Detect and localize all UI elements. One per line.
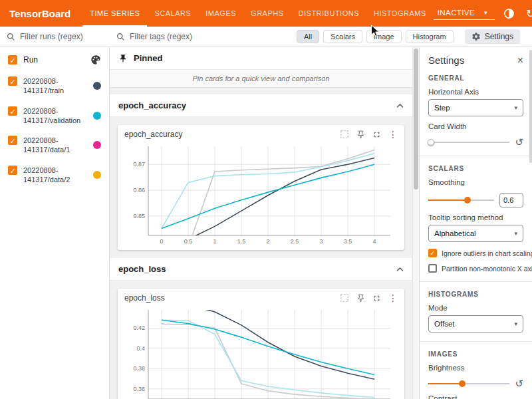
- chip-image[interactable]: Image: [366, 30, 402, 43]
- run-checkbox[interactable]: [8, 106, 17, 116]
- filter-tags-placeholder[interactable]: Filter tags (regex): [130, 32, 192, 41]
- cards-area: Pinned Pin cards for a quick view and co…: [110, 47, 419, 399]
- section-body-epoch-accuracy: epoch_accuracy ⋮ 00.511.522.533.540.850.…: [110, 117, 412, 258]
- run-color-dot[interactable]: [93, 112, 101, 120]
- section-header-epoch-accuracy[interactable]: epoch_accuracy: [110, 94, 412, 117]
- partition-x-axis-checkbox[interactable]: [428, 264, 437, 273]
- run-label: 20220808-141317/train: [23, 76, 87, 96]
- tab-distributions[interactable]: DISTRIBUTIONS: [291, 0, 366, 27]
- histogram-mode-select[interactable]: Offset ▾: [428, 315, 523, 332]
- main-scrollbar-thumb[interactable]: [414, 49, 418, 190]
- svg-text:0: 0: [160, 238, 163, 245]
- more-options-icon[interactable]: ⋮: [388, 130, 398, 139]
- run-label: 20220808-141317/validation: [23, 106, 87, 126]
- svg-text:2: 2: [266, 238, 269, 245]
- run-row-train[interactable]: 20220808-141317/train: [0, 71, 109, 101]
- brightness-slider[interactable]: [428, 380, 509, 388]
- svg-text:4: 4: [372, 238, 376, 245]
- reload-status-select[interactable]: INACTIVE ▾: [434, 7, 495, 20]
- fit-domain-icon[interactable]: [340, 130, 349, 139]
- group-label-scalars: SCALARS: [428, 165, 523, 172]
- tab-histograms[interactable]: HISTOGRAMS: [366, 0, 434, 27]
- partition-x-axis-row[interactable]: Partition non-monotonic X axis i: [428, 264, 523, 273]
- horizontal-axis-label: Horizontal Axis: [428, 88, 523, 96]
- more-options-icon[interactable]: ⋮: [388, 293, 398, 303]
- app-logo[interactable]: TensorBoard: [0, 8, 82, 19]
- ignore-outliers-row[interactable]: Ignore outliers in chart scaling: [428, 249, 523, 257]
- svg-text:0.87: 0.87: [133, 161, 145, 168]
- svg-text:3: 3: [319, 238, 323, 245]
- chevron-up-icon[interactable]: [396, 103, 404, 108]
- slider-thumb[interactable]: [428, 139, 434, 146]
- pin-icon[interactable]: [356, 130, 365, 139]
- run-row-data-2[interactable]: 20220808-141317/data/2: [0, 160, 109, 190]
- fit-domain-icon[interactable]: [340, 293, 349, 303]
- fullscreen-icon[interactable]: [372, 294, 381, 303]
- chevron-down-icon: ▾: [514, 321, 517, 327]
- tab-graphs[interactable]: GRAPHS: [243, 0, 291, 27]
- app-header: TensorBoard TIME SERIES SCALARS IMAGES G…: [0, 0, 532, 27]
- tab-time-series[interactable]: TIME SERIES: [82, 0, 147, 27]
- settings-button[interactable]: Settings: [465, 29, 520, 44]
- fullscreen-icon[interactable]: [372, 130, 381, 139]
- run-color-dot[interactable]: [93, 82, 101, 90]
- section-title: epoch_accuracy: [118, 100, 186, 110]
- smoothing-input[interactable]: 0.6: [499, 193, 523, 207]
- smoothing-label: Smoothing: [428, 178, 523, 186]
- line-chart-epoch-loss[interactable]: 00.511.522.533.540.360.380.40.42: [124, 305, 397, 399]
- chip-scalars[interactable]: Scalars: [323, 30, 362, 43]
- histogram-mode-label: Mode: [428, 304, 523, 312]
- settings-scrollbar[interactable]: [529, 47, 532, 399]
- run-checkbox[interactable]: [8, 136, 17, 145]
- search-icon: [7, 33, 15, 41]
- histogram-mode-value: Offset: [434, 320, 454, 328]
- tab-scalars[interactable]: SCALARS: [147, 0, 198, 27]
- svg-text:0.42: 0.42: [133, 325, 145, 331]
- line-chart-epoch-accuracy[interactable]: 00.511.522.533.540.850.860.87: [124, 141, 397, 246]
- slider-thumb[interactable]: [464, 197, 471, 203]
- pin-icon[interactable]: [356, 294, 365, 303]
- chip-histogram[interactable]: Histogram: [406, 30, 454, 43]
- slider-thumb[interactable]: [459, 380, 466, 387]
- reset-icon[interactable]: ↺: [515, 378, 523, 388]
- reset-icon[interactable]: ↺: [515, 137, 523, 147]
- chevron-down-icon: ▾: [514, 104, 517, 111]
- refresh-icon[interactable]: ↻: [524, 7, 532, 20]
- group-label-general: GENERAL: [428, 74, 523, 82]
- close-icon[interactable]: ×: [517, 55, 523, 66]
- svg-text:1.5: 1.5: [237, 238, 246, 245]
- svg-text:0.5: 0.5: [184, 238, 193, 245]
- ignore-outliers-checkbox[interactable]: [428, 249, 437, 257]
- svg-text:0.38: 0.38: [133, 365, 145, 372]
- settings-button-label: Settings: [485, 32, 513, 41]
- section-header-epoch-loss[interactable]: epoch_loss: [110, 258, 412, 281]
- run-label: 20220808-141317/data/1: [23, 136, 87, 155]
- run-row-validation[interactable]: 20220808-141317/validation: [0, 101, 109, 131]
- main-nav: TIME SERIES SCALARS IMAGES GRAPHS DISTRI…: [82, 0, 434, 27]
- svg-text:1: 1: [213, 238, 216, 245]
- palette-icon[interactable]: [90, 55, 101, 65]
- filter-runs-input[interactable]: Filter runs (regex): [0, 27, 110, 47]
- filter-tags-area: Filter tags (regex) All Scalars Image Hi…: [110, 27, 532, 47]
- tooltip-sorting-select[interactable]: Alphabetical ▾: [428, 225, 523, 242]
- pinned-hint-text: Pin cards for a quick view and compariso…: [110, 69, 412, 88]
- search-icon: [116, 33, 125, 41]
- tab-images[interactable]: IMAGES: [198, 0, 243, 27]
- section-title: epoch_loss: [118, 264, 166, 274]
- chip-all[interactable]: All: [297, 30, 319, 43]
- run-checkbox[interactable]: [8, 166, 17, 175]
- ignore-outliers-label: Ignore outliers in chart scaling: [442, 249, 532, 257]
- select-all-runs-checkbox[interactable]: [8, 55, 17, 65]
- chevron-down-icon: ▾: [514, 230, 517, 237]
- chevron-down-icon: ▾: [484, 9, 487, 16]
- smoothing-slider[interactable]: [428, 196, 494, 204]
- theme-toggle-icon[interactable]: [503, 7, 516, 20]
- run-color-dot[interactable]: [93, 171, 101, 179]
- run-color-dot[interactable]: [93, 141, 101, 149]
- run-row-data-1[interactable]: 20220808-141317/data/1: [0, 130, 109, 160]
- chevron-up-icon[interactable]: [396, 267, 404, 272]
- horizontal-axis-select[interactable]: Step ▾: [428, 99, 523, 116]
- main-scrollbar[interactable]: [412, 47, 419, 399]
- card-width-slider[interactable]: [428, 138, 509, 146]
- run-checkbox[interactable]: [8, 76, 17, 86]
